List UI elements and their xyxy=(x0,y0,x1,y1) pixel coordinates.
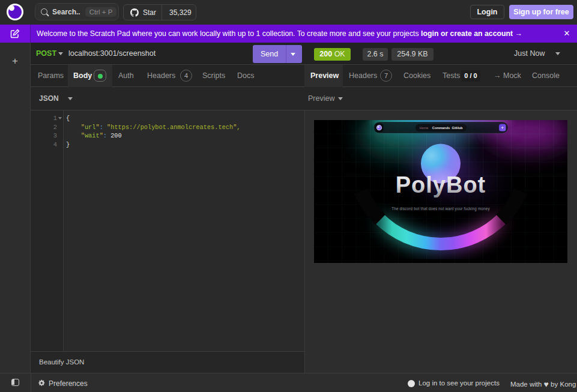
svg-text:Home: Home xyxy=(420,126,428,130)
svg-text:Commands: Commands xyxy=(432,126,450,130)
svg-text:+: + xyxy=(501,125,504,131)
svg-text:GitHub: GitHub xyxy=(452,126,464,130)
svg-text:The discord bot that does not: The discord bot that does not want your … xyxy=(391,207,490,211)
svg-text:PolyBot: PolyBot xyxy=(396,172,486,198)
